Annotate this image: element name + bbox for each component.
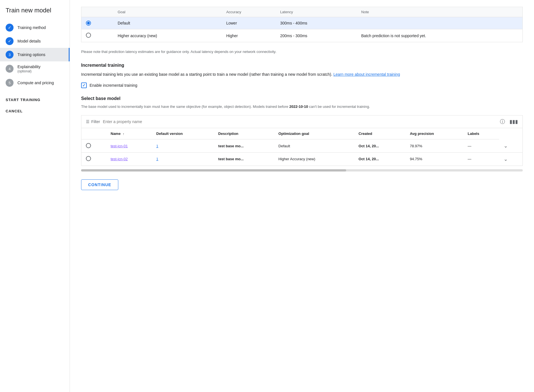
radio-unselected[interactable] [86, 33, 91, 38]
model-table-row[interactable]: test-icn-021test base mo...Higher Accura… [81, 152, 523, 166]
expand-row-icon[interactable]: ⌄ [504, 156, 508, 162]
checkbox-check-icon: ✓ [82, 83, 86, 87]
model-table-wrapper: Name ↑Default versionDescriptionOptimiza… [81, 128, 523, 167]
radio-selected[interactable] [86, 21, 91, 26]
model-opt-goal-1: Higher Accuracy (new) [274, 152, 354, 166]
step-icon-model-details: ✓ [6, 37, 14, 45]
model-table-row[interactable]: test-icn-011test base mo...DefaultOct 14… [81, 139, 523, 153]
filter-icon: ☰ [86, 119, 90, 124]
columns-icon[interactable]: ▮▮▮ [509, 119, 518, 125]
goal-cell-0-0: Default [113, 17, 222, 29]
goal-col-header-4: Note [357, 7, 523, 17]
incremental-training-link[interactable]: Learn more about incremental training [333, 72, 400, 77]
goal-cell-1-0: Higher accuracy (new) [113, 29, 222, 42]
latency-note: Please note that prediction latency esti… [81, 49, 523, 55]
sidebar-item-training-options[interactable]: 3Training options [0, 48, 70, 61]
model-col-header-1[interactable]: Name ↑ [106, 128, 152, 139]
goal-col-header-1: Goal [113, 7, 222, 17]
model-labels-0: — [463, 139, 499, 153]
goal-col-header-2: Accuracy [222, 7, 275, 17]
sidebar-item-label-model-details: Model details [17, 39, 41, 44]
goal-col-header-3: Latency [276, 7, 357, 17]
horizontal-scrollbar[interactable] [81, 169, 523, 172]
model-desc-1: test base mo... [214, 152, 274, 166]
sidebar-item-label-compute-pricing: Compute and pricing [17, 80, 54, 85]
goal-cell-1-1: Higher [222, 29, 275, 42]
continue-button[interactable]: CONTINUE [81, 179, 118, 190]
model-opt-goal-0: Default [274, 139, 354, 153]
filter-icon-area: ☰ Filter [86, 119, 100, 124]
start-training-button[interactable]: START TRAINING [0, 94, 70, 105]
model-version-link[interactable]: 1 [156, 144, 158, 148]
incremental-section-title: Incremental training [81, 63, 523, 68]
goal-cell-0-2: 300ms - 400ms [276, 17, 357, 29]
incremental-desc: Incremental training lets you use an exi… [81, 71, 523, 78]
model-name-link[interactable]: test-icn-02 [111, 157, 128, 161]
step-icon-compute-pricing: 5 [6, 79, 14, 87]
select-base-model-desc: The base model used to incrementally tra… [81, 104, 523, 110]
model-col-header-4: Optimization goal [274, 128, 354, 139]
goal-table-row[interactable]: Higher accuracy (new)Higher200ms - 300ms… [81, 29, 523, 42]
model-col-header-2: Default version [152, 128, 214, 139]
model-table: Name ↑Default versionDescriptionOptimiza… [81, 128, 523, 166]
cancel-button[interactable]: CANCEL [0, 105, 70, 117]
checkbox-label: Enable incremental training [90, 83, 137, 88]
sidebar-item-sublabel-explainability: (optional) [17, 69, 41, 73]
model-name-link[interactable]: test-icn-01 [111, 144, 128, 148]
sidebar-title: Train new model [0, 7, 70, 21]
goal-table-wrapper: GoalAccuracyLatencyNote DefaultLower300m… [81, 7, 523, 47]
model-col-header-3: Description [214, 128, 274, 139]
model-desc-0: test base mo... [214, 139, 274, 153]
filter-input[interactable] [103, 119, 497, 124]
enable-incremental-checkbox[interactable]: ✓ [81, 83, 87, 88]
main-content: GoalAccuracyLatencyNote DefaultLower300m… [70, 0, 534, 392]
sidebar-item-model-details[interactable]: ✓Model details [0, 34, 70, 48]
model-radio-btn[interactable] [86, 143, 91, 148]
step-icon-training-method: ✓ [6, 24, 14, 32]
model-created-0: Oct 14, 20... [354, 139, 405, 153]
filter-bar: ☰ Filter ⓘ ▮▮▮ [81, 115, 523, 128]
help-icon[interactable]: ⓘ [500, 118, 505, 125]
sidebar-item-training-method[interactable]: ✓Training method [0, 21, 70, 34]
step-icon-explainability: 4 [6, 65, 14, 73]
model-radio-0[interactable] [81, 139, 106, 153]
goal-table: GoalAccuracyLatencyNote DefaultLower300m… [81, 7, 523, 42]
model-col-header-7: Labels [463, 128, 499, 139]
goal-cell-0-3 [357, 17, 523, 29]
model-col-header-5: Created [354, 128, 405, 139]
sidebar: Train new model ✓Training method✓Model d… [0, 0, 70, 392]
enable-incremental-row: ✓ Enable incremental training [81, 83, 523, 88]
select-base-model-title: Select base model [81, 96, 523, 101]
model-version-link[interactable]: 1 [156, 157, 158, 161]
goal-radio-0[interactable] [81, 17, 113, 29]
expand-row-icon[interactable]: ⌄ [504, 143, 508, 149]
filter-actions: ⓘ ▮▮▮ [500, 118, 518, 125]
model-labels-1: — [463, 152, 499, 166]
sidebar-item-label-explainability: Explainability [17, 64, 41, 69]
goal-cell-0-1: Lower [222, 17, 275, 29]
sidebar-item-explainability[interactable]: 4Explainability(optional) [0, 61, 70, 76]
model-created-1: Oct 14, 20... [354, 152, 405, 166]
model-avg-precision-1: 94.75% [405, 152, 463, 166]
sidebar-item-label-training-options: Training options [17, 52, 45, 57]
model-radio-1[interactable] [81, 152, 106, 166]
goal-cell-1-3: Batch prediction is not supported yet. [357, 29, 523, 42]
sidebar-item-label-training-method: Training method [17, 25, 46, 30]
sidebar-actions: START TRAINING CANCEL [0, 94, 70, 117]
model-radio-btn[interactable] [86, 156, 91, 161]
sort-icon: ↑ [123, 132, 124, 135]
goal-radio-1[interactable] [81, 29, 113, 42]
sidebar-item-compute-pricing[interactable]: 5Compute and pricing [0, 76, 70, 90]
goal-table-row[interactable]: DefaultLower300ms - 400ms [81, 17, 523, 29]
step-icon-training-options: 3 [6, 51, 14, 59]
filter-label: Filter [91, 119, 100, 124]
model-avg-precision-0: 78.97% [405, 139, 463, 153]
goal-col-header-0 [81, 7, 113, 17]
model-col-header-0 [81, 128, 106, 139]
model-col-header-6: Avg precision [405, 128, 463, 139]
goal-cell-1-2: 200ms - 300ms [276, 29, 357, 42]
